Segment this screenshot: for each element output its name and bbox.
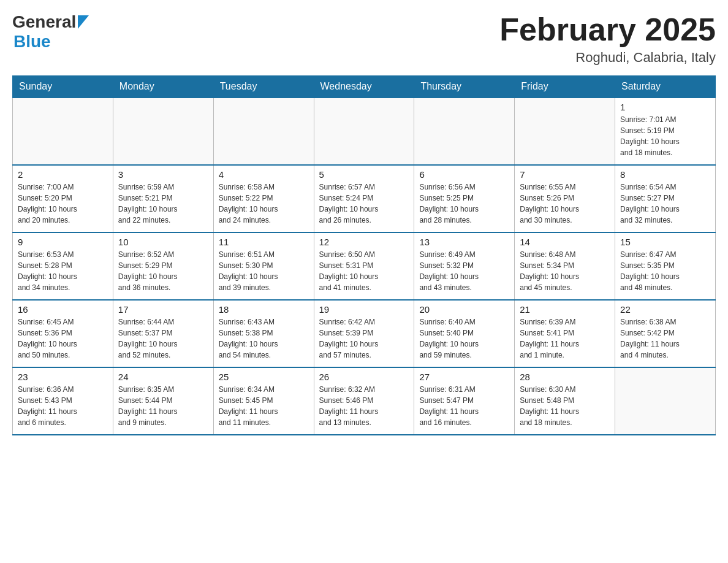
day-number: 7 [520, 169, 610, 180]
calendar-week-2: 2Sunrise: 7:00 AMSunset: 5:20 PMDaylight… [13, 165, 716, 232]
day-info: Sunrise: 6:38 AMSunset: 5:42 PMDaylight:… [620, 316, 710, 361]
table-row [515, 98, 615, 165]
table-row: 25Sunrise: 6:34 AMSunset: 5:45 PMDayligh… [213, 367, 314, 435]
table-row: 20Sunrise: 6:40 AMSunset: 5:40 PMDayligh… [414, 300, 515, 367]
day-number: 3 [118, 169, 208, 180]
page-header: General Blue February 2025 Roghudi, Cala… [12, 12, 716, 66]
day-number: 8 [620, 169, 710, 180]
table-row: 8Sunrise: 6:54 AMSunset: 5:27 PMDaylight… [615, 165, 716, 232]
table-row: 12Sunrise: 6:50 AMSunset: 5:31 PMDayligh… [314, 232, 414, 300]
table-row: 3Sunrise: 6:59 AMSunset: 5:21 PMDaylight… [113, 165, 213, 232]
header-wednesday: Wednesday [314, 76, 414, 98]
table-row: 16Sunrise: 6:45 AMSunset: 5:36 PMDayligh… [13, 300, 113, 367]
day-number: 15 [620, 237, 710, 247]
table-row: 14Sunrise: 6:48 AMSunset: 5:34 PMDayligh… [515, 232, 615, 300]
day-info: Sunrise: 6:57 AMSunset: 5:24 PMDaylight:… [319, 182, 409, 226]
header-saturday: Saturday [615, 76, 716, 98]
day-number: 10 [118, 237, 208, 247]
day-number: 20 [419, 304, 509, 315]
logo: General Blue [12, 12, 89, 52]
table-row [314, 98, 414, 165]
day-number: 5 [319, 169, 409, 180]
day-info: Sunrise: 6:45 AMSunset: 5:36 PMDaylight:… [18, 316, 108, 361]
table-row: 2Sunrise: 7:00 AMSunset: 5:20 PMDaylight… [13, 165, 113, 232]
day-number: 4 [219, 169, 309, 180]
day-number: 6 [419, 169, 509, 180]
day-number: 28 [520, 372, 610, 382]
header-monday: Monday [113, 76, 213, 98]
day-info: Sunrise: 6:44 AMSunset: 5:37 PMDaylight:… [118, 316, 208, 361]
day-number: 27 [419, 372, 509, 382]
table-row: 5Sunrise: 6:57 AMSunset: 5:24 PMDaylight… [314, 165, 414, 232]
day-number: 12 [319, 237, 409, 247]
location-title: Roghudi, Calabria, Italy [499, 50, 716, 66]
header-sunday: Sunday [13, 76, 113, 98]
day-number: 25 [219, 372, 309, 382]
day-info: Sunrise: 6:51 AMSunset: 5:30 PMDaylight:… [219, 249, 309, 293]
calendar-table: Sunday Monday Tuesday Wednesday Thursday… [12, 75, 716, 435]
day-info: Sunrise: 7:01 AMSunset: 5:19 PMDaylight:… [620, 114, 710, 158]
day-info: Sunrise: 6:43 AMSunset: 5:38 PMDaylight:… [219, 316, 309, 361]
table-row: 1Sunrise: 7:01 AMSunset: 5:19 PMDaylight… [615, 98, 716, 165]
day-info: Sunrise: 6:40 AMSunset: 5:40 PMDaylight:… [419, 316, 509, 361]
table-row [615, 367, 716, 435]
day-number: 14 [520, 237, 610, 247]
table-row: 11Sunrise: 6:51 AMSunset: 5:30 PMDayligh… [213, 232, 314, 300]
table-row [113, 98, 213, 165]
day-number: 16 [18, 304, 108, 315]
title-block: February 2025 Roghudi, Calabria, Italy [499, 12, 716, 66]
day-number: 13 [419, 237, 509, 247]
table-row: 17Sunrise: 6:44 AMSunset: 5:37 PMDayligh… [113, 300, 213, 367]
day-info: Sunrise: 6:53 AMSunset: 5:28 PMDaylight:… [18, 249, 108, 293]
month-title: February 2025 [499, 12, 716, 47]
logo-arrow-icon [78, 15, 89, 29]
day-info: Sunrise: 6:58 AMSunset: 5:22 PMDaylight:… [219, 182, 309, 226]
header-tuesday: Tuesday [213, 76, 314, 98]
table-row: 19Sunrise: 6:42 AMSunset: 5:39 PMDayligh… [314, 300, 414, 367]
logo-blue-text: Blue [13, 32, 51, 52]
day-number: 21 [520, 304, 610, 315]
table-row: 6Sunrise: 6:56 AMSunset: 5:25 PMDaylight… [414, 165, 515, 232]
calendar-week-1: 1Sunrise: 7:01 AMSunset: 5:19 PMDaylight… [13, 98, 716, 165]
day-info: Sunrise: 6:31 AMSunset: 5:47 PMDaylight:… [419, 384, 509, 428]
day-number: 19 [319, 304, 409, 315]
day-info: Sunrise: 6:49 AMSunset: 5:32 PMDaylight:… [419, 249, 509, 293]
table-row [13, 98, 113, 165]
day-info: Sunrise: 6:35 AMSunset: 5:44 PMDaylight:… [118, 384, 208, 428]
weekday-header-row: Sunday Monday Tuesday Wednesday Thursday… [13, 76, 716, 98]
table-row: 27Sunrise: 6:31 AMSunset: 5:47 PMDayligh… [414, 367, 515, 435]
table-row: 10Sunrise: 6:52 AMSunset: 5:29 PMDayligh… [113, 232, 213, 300]
day-info: Sunrise: 6:52 AMSunset: 5:29 PMDaylight:… [118, 249, 208, 293]
table-row: 23Sunrise: 6:36 AMSunset: 5:43 PMDayligh… [13, 367, 113, 435]
table-row: 24Sunrise: 6:35 AMSunset: 5:44 PMDayligh… [113, 367, 213, 435]
table-row: 18Sunrise: 6:43 AMSunset: 5:38 PMDayligh… [213, 300, 314, 367]
day-info: Sunrise: 6:36 AMSunset: 5:43 PMDaylight:… [18, 384, 108, 428]
calendar-week-3: 9Sunrise: 6:53 AMSunset: 5:28 PMDaylight… [13, 232, 716, 300]
day-info: Sunrise: 7:00 AMSunset: 5:20 PMDaylight:… [18, 182, 108, 226]
calendar-week-5: 23Sunrise: 6:36 AMSunset: 5:43 PMDayligh… [13, 367, 716, 435]
table-row: 9Sunrise: 6:53 AMSunset: 5:28 PMDaylight… [13, 232, 113, 300]
day-number: 1 [620, 102, 710, 112]
day-number: 2 [18, 169, 108, 180]
day-number: 22 [620, 304, 710, 315]
day-number: 9 [18, 237, 108, 247]
table-row: 4Sunrise: 6:58 AMSunset: 5:22 PMDaylight… [213, 165, 314, 232]
day-info: Sunrise: 6:50 AMSunset: 5:31 PMDaylight:… [319, 249, 409, 293]
table-row: 7Sunrise: 6:55 AMSunset: 5:26 PMDaylight… [515, 165, 615, 232]
day-info: Sunrise: 6:56 AMSunset: 5:25 PMDaylight:… [419, 182, 509, 226]
day-number: 17 [118, 304, 208, 315]
table-row [213, 98, 314, 165]
table-row: 22Sunrise: 6:38 AMSunset: 5:42 PMDayligh… [615, 300, 716, 367]
day-info: Sunrise: 6:30 AMSunset: 5:48 PMDaylight:… [520, 384, 610, 428]
svg-marker-0 [78, 15, 89, 29]
day-info: Sunrise: 6:55 AMSunset: 5:26 PMDaylight:… [520, 182, 610, 226]
day-number: 11 [219, 237, 309, 247]
day-info: Sunrise: 6:32 AMSunset: 5:46 PMDaylight:… [319, 384, 409, 428]
day-info: Sunrise: 6:47 AMSunset: 5:35 PMDaylight:… [620, 249, 710, 293]
day-number: 24 [118, 372, 208, 382]
logo-general-text: General [12, 12, 76, 32]
day-info: Sunrise: 6:34 AMSunset: 5:45 PMDaylight:… [219, 384, 309, 428]
day-number: 23 [18, 372, 108, 382]
table-row: 13Sunrise: 6:49 AMSunset: 5:32 PMDayligh… [414, 232, 515, 300]
day-number: 26 [319, 372, 409, 382]
